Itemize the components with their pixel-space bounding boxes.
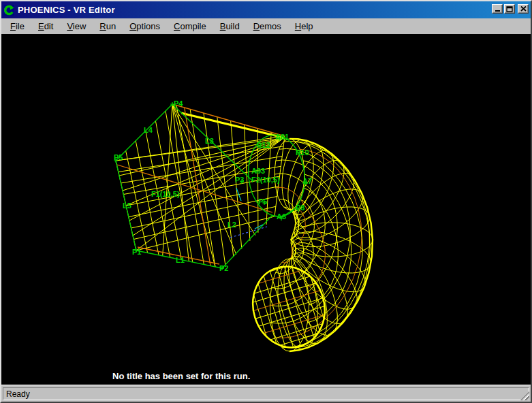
vr-viewport[interactable]: P4L4L3A81P12P10P5A93P3F2(10,5)A7F1(10,5)… (1, 34, 531, 385)
menu-item-run[interactable]: Run (95, 20, 121, 33)
minimize-button[interactable] (492, 4, 503, 14)
tube-longitudinal (276, 187, 326, 287)
vr-point-label-A93: A93 (251, 167, 265, 175)
maximize-icon (506, 6, 513, 12)
vr-point-label-A7: A7 (302, 178, 312, 185)
menu-item-compile[interactable]: Compile (169, 20, 211, 33)
wire-line (181, 113, 283, 138)
vr-point-label-P8: P8 (296, 204, 304, 212)
close-icon (520, 6, 527, 12)
maximize-button[interactable] (504, 4, 515, 14)
tube-section (292, 248, 348, 323)
menu-bar: File Edit View Run Options Compile Build… (1, 18, 531, 34)
wire-line (256, 306, 326, 327)
tube-section (289, 253, 338, 335)
menu-item-help[interactable]: Help (290, 20, 318, 33)
wireframe-canvas (1, 34, 531, 385)
vr-point-label-P1: P1 (132, 248, 141, 256)
vr-point-label-L3: L3 (205, 138, 214, 145)
app-icon[interactable] (3, 5, 14, 16)
menu-item-build[interactable]: Build (215, 20, 245, 33)
vr-point-label-A6: A6 (277, 213, 286, 221)
run-title-message: No title has been set for this run. (112, 371, 250, 381)
menu-item-file[interactable]: File (5, 20, 29, 33)
vr-point-label-P10: P10 (296, 149, 309, 157)
wire-line (172, 104, 236, 255)
vr-point-label-L1: L1 (176, 257, 185, 264)
vr-point-label-P2: P2 (219, 265, 228, 272)
window-title: PHOENICS - VR Editor (18, 5, 115, 15)
menu-item-edit[interactable]: Edit (33, 20, 58, 33)
vr-point-label-P3: P3 (235, 176, 244, 184)
vr-point-label-L5: L5 (123, 202, 131, 210)
close-button[interactable] (518, 4, 529, 14)
window-controls (490, 4, 529, 14)
vr-point-label-F2(10,5): F2(10,5) (251, 176, 280, 184)
vr-point-label-P6: P6 (258, 198, 267, 206)
vr-point-label-L4: L4 (144, 127, 153, 134)
wire-line (248, 276, 272, 357)
vr-point-label-P12: P12 (257, 142, 270, 149)
wire-line (245, 266, 315, 288)
vr-point-label-A81: A81 (275, 133, 289, 141)
menu-item-demos[interactable]: Demos (249, 20, 286, 33)
menu-item-view[interactable]: View (62, 20, 91, 33)
vr-point-label-P4: P4 (174, 100, 183, 108)
wire-line (269, 269, 294, 350)
menu-item-options[interactable]: Options (125, 20, 165, 33)
phoenics-swirl-icon (3, 5, 14, 16)
wire-line (255, 273, 279, 354)
wire-line (277, 267, 301, 348)
vr-point-label-L2: L2 (228, 221, 236, 229)
minimize-icon (495, 6, 501, 12)
title-bar[interactable]: PHOENICS - VR Editor (1, 1, 531, 18)
vr-point-label-F1(10,5): F1(10,5) (151, 191, 180, 198)
app-window: PHOENICS - VR Editor File Edit View Run … (0, 0, 532, 403)
status-text: Ready (3, 387, 529, 400)
wire-line (262, 271, 287, 352)
wire-line (251, 290, 322, 312)
status-bar: Ready (1, 385, 531, 402)
wire-line (298, 260, 322, 341)
vr-point-label-P5: P5 (114, 154, 123, 161)
